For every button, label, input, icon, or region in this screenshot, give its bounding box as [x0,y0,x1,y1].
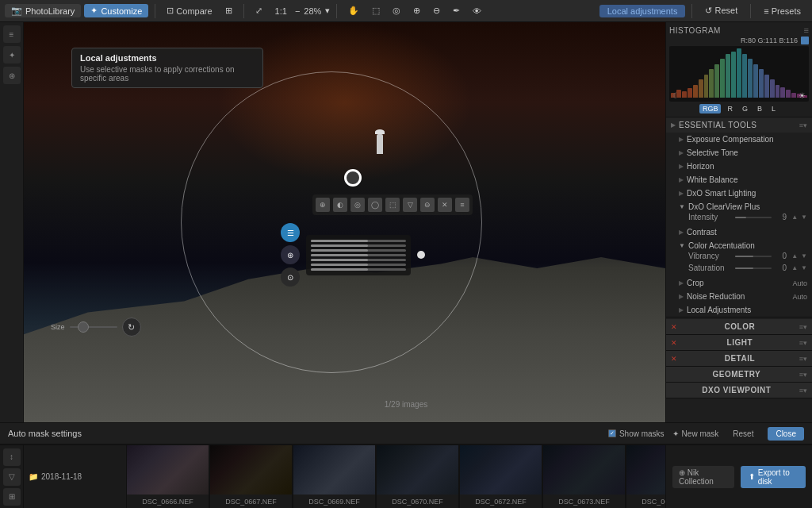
size-slider[interactable] [70,326,117,328]
fs-filter-button[interactable]: ▽ [3,468,21,486]
adj-circle-btn-1[interactable]: ☰ [281,223,300,242]
customize-button[interactable]: ✦ Customize [84,4,148,17]
fs-item-0673[interactable]: DSC_0673.NEF [543,445,626,508]
slider-track-6[interactable] [311,264,406,266]
adj-tool-9[interactable]: ≡ [455,198,469,212]
ca-expand-header[interactable]: ▼ Color Accentuation [679,241,807,250]
ca-vib-stepper-down[interactable]: ▼ [801,252,807,260]
horizon-tool-button[interactable]: ⊖ [428,4,445,17]
adj-tool-4[interactable]: ◯ [368,198,382,212]
et-exposure-row[interactable]: ▶ Exposure Compensation [666,133,812,146]
et-white-balance-row[interactable]: ▶ White Balance [666,173,812,187]
rotate-tool-button[interactable]: ↻ [122,318,141,337]
cat-geometry-menu[interactable]: ≡▾ [799,371,807,379]
hist-ch-l[interactable]: L [768,104,779,114]
new-mask-button[interactable]: ✦ New mask [672,429,719,438]
adj-tool-7[interactable]: ⊖ [420,198,435,212]
ca-saturation-track[interactable] [735,267,772,269]
bt-reset-button[interactable]: Reset [726,428,760,440]
ca-sat-stepper-down[interactable]: ▼ [801,264,807,271]
eyedropper-tool-button[interactable]: ✒ [448,4,465,17]
repair-tool-button[interactable]: ⊕ [408,4,425,17]
ratio-button[interactable]: 1:1 [270,5,292,17]
adj-circle-btn-3[interactable]: ⊙ [281,267,300,287]
slider-track-4[interactable] [311,254,406,256]
hist-ch-b[interactable]: B [754,104,765,114]
et-noise-reduction-row[interactable]: ▶ Noise Reduction Auto [666,290,812,303]
hist-ch-g[interactable]: G [739,104,751,114]
slider-track-2[interactable] [311,244,406,247]
zoom-out-icon[interactable]: − [295,6,300,16]
adj-tool-1[interactable]: ⊕ [316,198,330,212]
bt-close-button[interactable]: Close [768,427,804,441]
et-crop-row[interactable]: ▶ Crop Auto [666,276,812,290]
fs-item-0674[interactable]: DSC_0674.NEF ★ [626,445,665,508]
fs-sort-button[interactable]: ↕ [3,448,21,466]
fs-item-0672[interactable]: DSC_0672.NEF [460,445,543,508]
fs-view-button[interactable]: ⊞ [3,488,21,506]
slider-track-7[interactable] [311,268,406,271]
zoom-dropdown-icon[interactable]: ▾ [325,6,330,16]
separator-4 [691,4,692,18]
cat-dxo-viewpoint[interactable]: DXO VIEWPOINT ≡▾ [666,383,812,398]
export-to-disk-button[interactable]: ⬆ Export to disk [741,466,806,488]
adj-tool-2[interactable]: ◐ [333,198,347,212]
ls-btn-1[interactable]: ≡ [3,25,21,43]
slider-track-1[interactable] [311,240,406,242]
cat-detail-menu[interactable]: ≡▾ [799,355,807,363]
fs-item-0666[interactable]: DSC_0666.NEF [127,445,210,508]
ca-vib-stepper-up[interactable]: ▲ [791,252,798,260]
cat-dxo-menu[interactable]: ≡▾ [799,387,807,394]
histogram-menu-icon[interactable]: ≡ [804,25,809,35]
hist-ch-r[interactable]: R [724,104,736,114]
adj-tool-5[interactable]: ⬚ [385,198,400,212]
show-masks-checkbox[interactable] [608,429,616,437]
slider-track-3[interactable] [311,249,406,252]
et-horizon-row[interactable]: ▶ Horizon [666,160,812,173]
photo-library-button[interactable]: 📷 PhotoLibrary [5,4,81,17]
slider-track-5[interactable] [311,259,406,261]
ca-vibrancy-track[interactable] [735,256,772,257]
presets-button[interactable]: ≡ Presets [757,5,807,17]
cv-stepper-up[interactable]: ▲ [791,214,798,221]
hand-tool-button[interactable]: ✋ [343,4,364,17]
cv-expand-header[interactable]: ▼ DxO ClearView Plus [679,202,807,211]
cat-color[interactable]: ✕ COLOR ≡▾ [666,319,812,335]
essential-tools-header[interactable]: ▶ Essential Tools ≡▾ [666,117,812,133]
et-smart-lighting-row[interactable]: ▶ DxO Smart Lighting [666,187,812,200]
cv-intensity-track[interactable] [735,217,772,218]
show-masks-button[interactable]: Show masks [608,429,665,438]
fs-item-0670[interactable]: DSC_0670.NEF [377,445,460,508]
fs-item-0669[interactable]: DSC_0669.NEF [293,445,377,508]
cat-geometry[interactable]: GEOMETRY ≡▾ [666,367,812,383]
essential-tools-menu-icon[interactable]: ≡▾ [799,121,807,129]
ls-btn-3[interactable]: ⊛ [3,67,21,84]
ca-sat-stepper-up[interactable]: ▲ [791,264,798,271]
cv-stepper-down[interactable]: ▼ [801,214,807,221]
compare-button[interactable]: ⊡ Compare [162,4,216,17]
fs-item-0667[interactable]: DSC_0667.NEF [210,445,293,508]
cat-light[interactable]: ✕ LIGHT ≡▾ [666,335,812,351]
nik-collection-button[interactable]: ⊕ Nik Collection [672,466,734,488]
reset-button[interactable]: ↺ Reset [699,4,744,17]
et-local-adjustments-row[interactable]: ▶ Local Adjustments [666,303,812,317]
cat-color-menu[interactable]: ≡▾ [799,323,807,331]
eye-tool-button[interactable]: 👁 [468,5,486,17]
hist-ch-rgb[interactable]: RGB [699,104,722,114]
zoom-control[interactable]: − 28% ▾ [295,6,330,16]
mask-pin[interactable] [344,169,362,187]
fit-button[interactable]: ⤢ [251,4,267,17]
local-adj-tool-button[interactable]: ◎ [388,4,405,17]
adj-tool-8[interactable]: ✕ [438,198,452,212]
cat-detail[interactable]: ✕ DETAIL ≡▾ [666,351,812,367]
et-contrast-row[interactable]: ▶ Contrast [666,225,812,239]
adj-tool-3[interactable]: ◎ [350,198,365,212]
local-adjustments-button[interactable]: Local adjustments [599,5,686,17]
et-selective-tone-row[interactable]: ▶ Selective Tone [666,146,812,160]
ls-btn-2[interactable]: ✦ [3,46,21,64]
crop-tool-button[interactable]: ⬚ [367,4,385,17]
cat-light-menu[interactable]: ≡▾ [799,339,807,347]
adj-tool-6[interactable]: ▽ [403,198,417,212]
view-options-button[interactable]: ⊞ [220,4,237,17]
adj-circle-btn-2[interactable]: ⊛ [281,245,300,264]
